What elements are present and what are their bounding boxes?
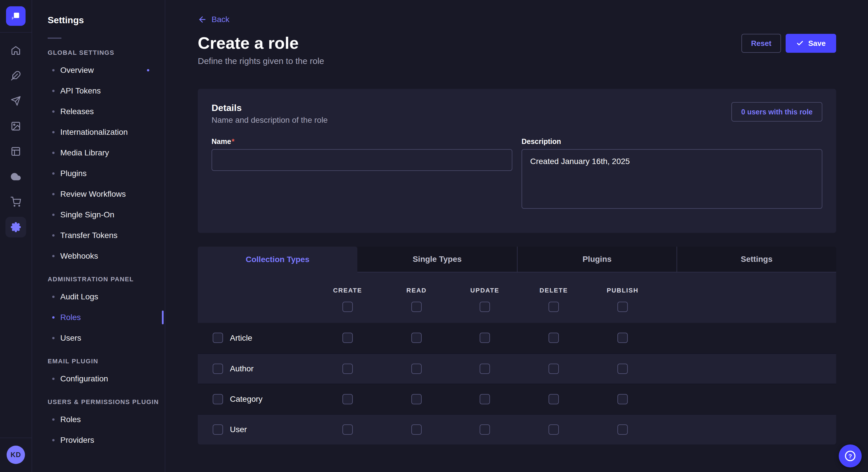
select-all-update-checkbox[interactable]: [479, 302, 490, 312]
subnav-item-audit-logs[interactable]: Audit Logs: [33, 286, 165, 307]
subnav-item-providers[interactable]: Providers: [33, 430, 165, 450]
tab-collection-types[interactable]: Collection Types: [198, 247, 358, 272]
subnav-item-configuration[interactable]: Configuration: [33, 369, 165, 389]
subnav-item-label: Review Workflows: [60, 190, 126, 199]
article-delete-checkbox[interactable]: [549, 333, 559, 343]
description-textarea[interactable]: Created January 16th, 2025: [522, 149, 823, 209]
select-all-create-checkbox[interactable]: [342, 302, 353, 312]
section-email-plugin: EMAIL PLUGIN Configuration: [33, 358, 165, 389]
name-input[interactable]: [212, 149, 513, 171]
author-update-checkbox[interactable]: [479, 364, 490, 374]
article-publish-checkbox[interactable]: [617, 333, 628, 343]
subnav-item-media-library[interactable]: Media Library: [33, 142, 165, 163]
bullet-icon: [52, 337, 55, 339]
logo-box: [0, 0, 32, 33]
settings-subnav: Settings GLOBAL SETTINGS Overview API To…: [33, 0, 165, 472]
subnav-item-internationalization[interactable]: Internationalization: [33, 122, 165, 142]
send-icon[interactable]: [5, 91, 26, 111]
author-publish-checkbox[interactable]: [617, 364, 628, 374]
article-read-checkbox[interactable]: [411, 333, 422, 343]
bullet-icon: [52, 214, 55, 216]
category-delete-checkbox[interactable]: [549, 394, 559, 404]
subnav-item-transfer-tokens[interactable]: Transfer Tokens: [33, 225, 165, 246]
author-delete-checkbox[interactable]: [549, 364, 559, 374]
bullet-icon: [52, 418, 55, 421]
bullet-icon: [52, 255, 55, 257]
article-create-checkbox[interactable]: [342, 333, 353, 343]
author-create-checkbox[interactable]: [342, 364, 353, 374]
tab-plugins[interactable]: Plugins: [517, 247, 677, 272]
subnav-item-label: Internationalization: [60, 128, 128, 137]
user-avatar[interactable]: KD: [7, 446, 25, 464]
article-update-checkbox[interactable]: [479, 333, 490, 343]
author-read-checkbox[interactable]: [411, 364, 422, 374]
bullet-icon: [52, 439, 55, 441]
subnav-item-webhooks[interactable]: Webhooks: [33, 246, 165, 266]
layout-icon[interactable]: [5, 141, 26, 162]
row-select-checkbox[interactable]: [213, 394, 223, 404]
subnav-item-single-sign-on[interactable]: Single Sign-On: [33, 204, 165, 225]
subnav-item-users[interactable]: Users: [33, 328, 165, 348]
subnav-item-up-roles[interactable]: Roles: [33, 409, 165, 430]
user-publish-checkbox[interactable]: [617, 425, 628, 435]
column-header-read: READ: [406, 287, 427, 294]
users-with-role-button[interactable]: 0 users with this role: [732, 102, 823, 122]
select-all-delete-checkbox[interactable]: [549, 302, 559, 312]
reset-button[interactable]: Reset: [741, 34, 781, 53]
bullet-icon: [52, 296, 55, 298]
permissions-tabs: Collection Types Single Types Plugins Se…: [198, 247, 836, 272]
permission-row-article: Article: [198, 323, 836, 353]
subnav-item-label: Webhooks: [60, 251, 98, 261]
question-mark-icon: ?: [844, 450, 857, 462]
details-card: Details Name and description of the role…: [198, 89, 836, 233]
user-read-checkbox[interactable]: [411, 425, 422, 435]
media-library-icon[interactable]: [5, 116, 26, 136]
save-button[interactable]: Save: [786, 34, 836, 53]
user-create-checkbox[interactable]: [342, 425, 353, 435]
feather-icon[interactable]: [5, 65, 26, 86]
cloud-icon[interactable]: [5, 166, 26, 187]
subnav-item-label: Transfer Tokens: [60, 231, 117, 240]
row-label: Article: [230, 323, 252, 353]
subnav-item-label: Roles: [60, 313, 81, 322]
section-label: USERS & PERMISSIONS PLUGIN: [33, 398, 165, 406]
home-icon[interactable]: [5, 40, 26, 61]
section-users-permissions-plugin: USERS & PERMISSIONS PLUGIN Roles Provide…: [33, 398, 165, 450]
subnav-item-releases[interactable]: Releases: [33, 101, 165, 122]
category-update-checkbox[interactable]: [479, 394, 490, 404]
subnav-item-roles-active[interactable]: Roles: [33, 307, 165, 328]
name-field-group: Name*: [212, 137, 513, 211]
rail-nav: [5, 33, 26, 242]
back-arrow-icon: [198, 15, 207, 24]
subnav-item-plugins[interactable]: Plugins: [33, 163, 165, 184]
subnav-item-api-tokens[interactable]: API Tokens: [33, 80, 165, 101]
category-read-checkbox[interactable]: [411, 394, 422, 404]
details-subheading: Name and description of the role: [212, 115, 823, 125]
tab-single-types[interactable]: Single Types: [358, 247, 517, 272]
back-link[interactable]: Back: [198, 15, 229, 24]
row-select-checkbox[interactable]: [213, 425, 223, 435]
category-create-checkbox[interactable]: [342, 394, 353, 404]
row-select-checkbox[interactable]: [213, 364, 223, 374]
subnav-item-review-workflows[interactable]: Review Workflows: [33, 184, 165, 204]
row-select-checkbox[interactable]: [213, 333, 223, 343]
help-button[interactable]: ?: [839, 444, 862, 467]
select-all-read-checkbox[interactable]: [411, 302, 422, 312]
tab-settings[interactable]: Settings: [677, 247, 836, 272]
subnav-item-label: Plugins: [60, 169, 87, 178]
category-publish-checkbox[interactable]: [617, 394, 628, 404]
permission-row-category: Category: [198, 384, 836, 414]
user-delete-checkbox[interactable]: [549, 425, 559, 435]
user-update-checkbox[interactable]: [479, 425, 490, 435]
subnav-item-label: API Tokens: [60, 86, 101, 96]
permission-row-author: Author: [198, 353, 836, 384]
section-label: GLOBAL SETTINGS: [33, 49, 165, 57]
section-administration-panel: ADMINISTRATION PANEL Audit Logs Roles Us…: [33, 276, 165, 348]
settings-gear-icon[interactable]: [5, 217, 26, 237]
subnav-item-label: Releases: [60, 107, 94, 116]
marketplace-cart-icon[interactable]: [5, 192, 26, 212]
subnav-divider: [48, 38, 61, 39]
strapi-logo-icon[interactable]: [6, 6, 26, 26]
subnav-item-overview[interactable]: Overview: [33, 60, 165, 80]
select-all-publish-checkbox[interactable]: [617, 302, 628, 312]
